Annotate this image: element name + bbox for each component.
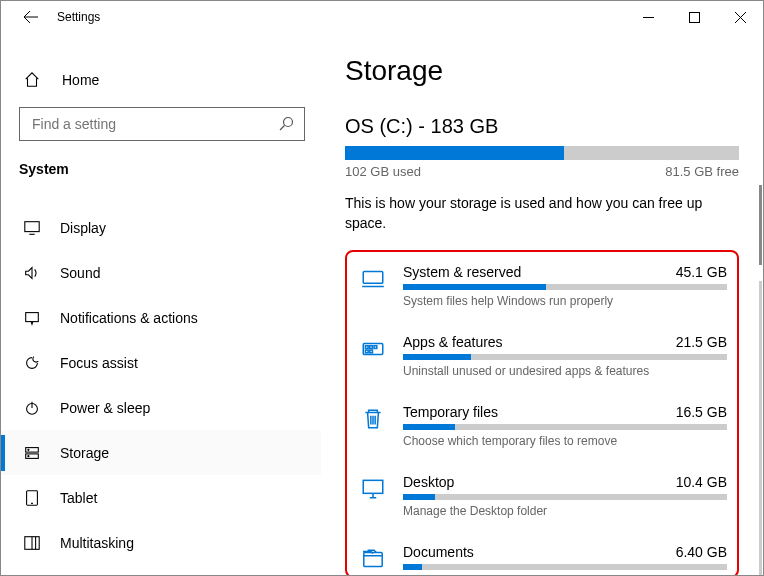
storage-icon (23, 444, 41, 462)
category-name: Documents (403, 544, 474, 560)
titlebar: Settings (1, 1, 763, 33)
storage-category-apps-features[interactable]: Apps & features21.5 GBUninstall unused o… (357, 328, 727, 398)
svg-point-14 (28, 455, 29, 456)
category-size: 45.1 GB (676, 264, 727, 280)
svg-rect-1 (689, 12, 699, 22)
category-desc: Uninstall unused or undesired apps & fea… (403, 364, 727, 378)
nav-label: Focus assist (60, 355, 138, 371)
home-nav[interactable]: Home (1, 63, 321, 97)
highlight-box: System & reserved45.1 GBSystem files hel… (345, 250, 739, 576)
svg-rect-26 (365, 350, 368, 353)
category-bar-fill (403, 424, 455, 430)
storage-category-system-reserved[interactable]: System & reserved45.1 GBSystem files hel… (357, 258, 727, 328)
category-bar-fill (403, 564, 422, 570)
home-label: Home (62, 72, 99, 88)
svg-rect-24 (370, 345, 373, 348)
close-button[interactable] (717, 1, 763, 33)
category-bar (403, 564, 727, 570)
nav-list: DisplaySoundNotifications & actionsFocus… (1, 205, 321, 565)
svg-rect-8 (26, 312, 39, 321)
desktop-icon (357, 476, 389, 518)
svg-rect-27 (370, 350, 373, 353)
nav-item-sound[interactable]: Sound (1, 250, 321, 295)
search-input[interactable] (30, 115, 278, 133)
nav-item-power-sleep[interactable]: Power & sleep (1, 385, 321, 430)
nav-item-multitasking[interactable]: Multitasking (1, 520, 321, 565)
nav-label: Sound (60, 265, 100, 281)
window-title: Settings (57, 10, 100, 24)
svg-point-13 (28, 449, 29, 450)
section-header: System (1, 161, 321, 191)
nav-label: Storage (60, 445, 109, 461)
category-bar (403, 494, 727, 500)
storage-category-documents[interactable]: Documents6.40 GB (357, 538, 727, 576)
search-box[interactable] (19, 107, 305, 141)
category-bar-fill (403, 494, 435, 500)
category-name: Temporary files (403, 404, 498, 420)
category-bar (403, 354, 727, 360)
nav-label: Power & sleep (60, 400, 150, 416)
category-bar-fill (403, 354, 471, 360)
storage-category-temporary-files[interactable]: Temporary files16.5 GBChoose which tempo… (357, 398, 727, 468)
svg-rect-23 (365, 345, 368, 348)
nav-item-notifications-actions[interactable]: Notifications & actions (1, 295, 321, 340)
category-desc: Manage the Desktop folder (403, 504, 727, 518)
category-size: 10.4 GB (676, 474, 727, 490)
nav-label: Display (60, 220, 106, 236)
category-size: 21.5 GB (676, 334, 727, 350)
documents-icon (357, 546, 389, 574)
nav-item-display[interactable]: Display (1, 205, 321, 250)
category-name: Apps & features (403, 334, 503, 350)
home-icon (23, 71, 41, 89)
category-size: 16.5 GB (676, 404, 727, 420)
drive-usage-bar-fill (345, 146, 564, 160)
svg-line-5 (280, 126, 285, 131)
storage-category-desktop[interactable]: Desktop10.4 GBManage the Desktop folder (357, 468, 727, 538)
category-size: 6.40 GB (676, 544, 727, 560)
notifications-icon (23, 309, 41, 327)
svg-rect-6 (25, 221, 39, 231)
category-desc: System files help Windows run properly (403, 294, 727, 308)
category-bar-fill (403, 284, 546, 290)
sound-icon (23, 264, 41, 282)
drive-stats: 102 GB used 81.5 GB free (345, 164, 739, 179)
display-icon (23, 219, 41, 237)
drive-usage-bar (345, 146, 739, 160)
power-sleep-icon (23, 399, 41, 417)
apps-features-icon (357, 336, 389, 378)
category-bar (403, 424, 727, 430)
search-icon (278, 116, 294, 132)
content-area: Storage OS (C:) - 183 GB 102 GB used 81.… (321, 33, 763, 576)
svg-rect-34 (364, 552, 382, 566)
drive-free-label: 81.5 GB free (665, 164, 739, 179)
nav-item-tablet[interactable]: Tablet (1, 475, 321, 520)
category-desc: Choose which temporary files to remove (403, 434, 727, 448)
scrollbar-track (759, 281, 762, 576)
category-bar (403, 284, 727, 290)
minimize-button[interactable] (625, 1, 671, 33)
svg-rect-25 (374, 345, 377, 348)
system-reserved-icon (357, 266, 389, 308)
scrollbar-thumb[interactable] (759, 185, 762, 265)
focus-assist-icon (23, 354, 41, 372)
nav-label: Multitasking (60, 535, 134, 551)
drive-title: OS (C:) - 183 GB (345, 115, 739, 138)
nav-label: Tablet (60, 490, 97, 506)
tablet-icon (23, 489, 41, 507)
category-name: Desktop (403, 474, 454, 490)
nav-item-focus-assist[interactable]: Focus assist (1, 340, 321, 385)
svg-rect-20 (363, 271, 383, 283)
nav-label: Notifications & actions (60, 310, 198, 326)
back-button[interactable] (23, 9, 39, 25)
svg-point-4 (284, 118, 293, 127)
drive-used-label: 102 GB used (345, 164, 421, 179)
category-name: System & reserved (403, 264, 521, 280)
nav-item-storage[interactable]: Storage (1, 430, 321, 475)
multitasking-icon (23, 534, 41, 552)
temporary-files-icon (357, 406, 389, 448)
page-title: Storage (345, 55, 739, 87)
sidebar: Home System DisplaySoundNotifications & … (1, 33, 321, 576)
svg-rect-31 (363, 480, 383, 493)
maximize-button[interactable] (671, 1, 717, 33)
storage-description: This is how your storage is used and how… (345, 193, 739, 234)
